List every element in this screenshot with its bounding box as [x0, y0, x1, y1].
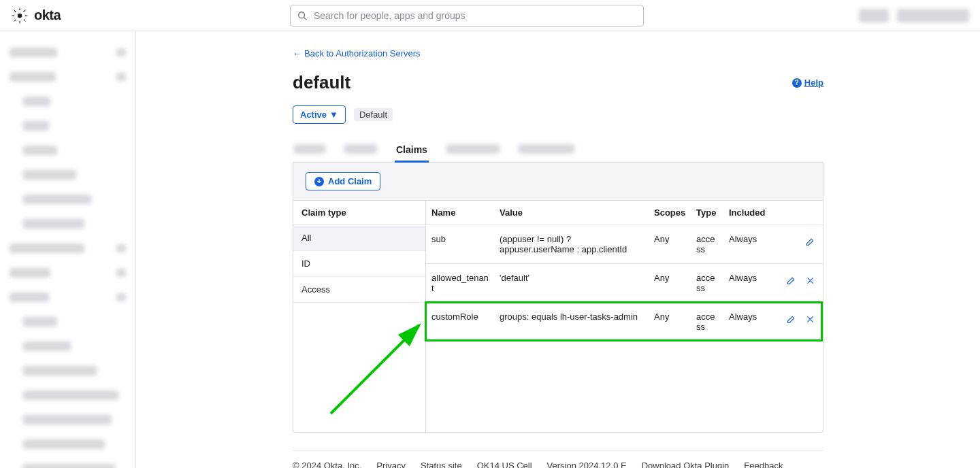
cell-actions — [772, 264, 823, 303]
claims-panel: + Add Claim Claim type All ID Access — [293, 163, 823, 433]
claim-type-id[interactable]: ID — [293, 251, 425, 277]
table-row: sub(appuser != null) ? appuser.userName … — [426, 225, 823, 264]
footer-link[interactable]: Download Okta Plugin — [642, 461, 730, 468]
brand-logo[interactable]: okta — [11, 7, 290, 24]
svg-point-1 — [299, 12, 305, 18]
cell-value: 'default' — [494, 264, 649, 303]
table-row: customRolegroups: equals lh-user-tasks-a… — [426, 303, 823, 341]
col-type: Type — [691, 201, 723, 225]
svg-line-2 — [304, 17, 307, 20]
okta-icon — [11, 7, 29, 24]
global-search[interactable] — [290, 5, 644, 27]
claim-type-all[interactable]: All — [293, 225, 425, 251]
footer-link[interactable]: OK14 US Cell — [477, 461, 532, 468]
tab-claims[interactable]: Claims — [395, 139, 429, 162]
delete-icon[interactable] — [802, 273, 817, 288]
search-icon — [297, 11, 307, 20]
cell-type: access — [691, 264, 723, 303]
cell-included: Always — [723, 225, 772, 264]
col-scopes: Scopes — [649, 201, 691, 225]
cell-type: access — [691, 303, 723, 341]
cell-scopes: Any — [649, 303, 691, 341]
topbar: okta — [0, 0, 980, 31]
main-content: ← Back to Authorization Servers default … — [136, 31, 980, 468]
add-claim-button[interactable]: + Add Claim — [306, 172, 380, 190]
tab-hidden-1[interactable]: xxxx — [293, 139, 327, 162]
status-dropdown[interactable]: Active ▼ — [293, 105, 346, 124]
chevron-down-icon: ▼ — [329, 110, 338, 120]
cell-scopes: Any — [649, 264, 691, 303]
tab-claims-label: Claims — [396, 144, 427, 155]
col-value: Value — [494, 201, 649, 225]
delete-icon[interactable] — [802, 312, 817, 327]
edit-icon[interactable] — [783, 273, 798, 288]
cell-actions — [772, 225, 823, 264]
brand-text: okta — [34, 7, 61, 23]
help-link[interactable]: ? Help — [792, 78, 823, 88]
cell-name: customRole — [426, 303, 494, 341]
cell-actions — [772, 303, 823, 341]
search-input[interactable] — [312, 10, 636, 22]
svg-point-0 — [18, 13, 22, 18]
tab-hidden-4[interactable]: xxxxxxxx — [517, 139, 576, 162]
help-label: Help — [804, 78, 823, 88]
back-link[interactable]: ← Back to Authorization Servers — [293, 48, 421, 58]
cell-name: allowed_tenant — [426, 264, 494, 303]
footer-link[interactable]: Status site — [421, 461, 462, 468]
footer-link[interactable]: Feedback — [744, 461, 783, 468]
arrow-left-icon: ← — [293, 48, 301, 58]
cell-type: access — [691, 225, 723, 264]
cell-name: sub — [426, 225, 494, 264]
default-badge: Default — [354, 108, 393, 121]
col-included: Included — [723, 201, 772, 225]
tab-hidden-3[interactable]: xxxxxxx — [445, 139, 501, 162]
claim-type-header: Claim type — [293, 201, 425, 225]
add-claim-label: Add Claim — [328, 176, 372, 186]
user-area[interactable] — [859, 9, 969, 22]
footer-link[interactable]: Privacy — [376, 461, 406, 468]
cell-included: Always — [723, 303, 772, 341]
status-label: Active — [300, 110, 327, 120]
cell-value: (appuser != null) ? appuser.userName : a… — [494, 225, 649, 264]
tabs: xxxx xxxx Claims xxxxxxx xxxxxxxx — [293, 139, 823, 163]
table-row: allowed_tenant'default'AnyaccessAlways — [426, 264, 823, 303]
back-link-label: Back to Authorization Servers — [304, 48, 421, 58]
claims-table: Name Value Scopes Type Included sub(appu… — [426, 201, 823, 432]
edit-icon[interactable] — [802, 234, 817, 249]
help-icon: ? — [792, 78, 802, 88]
tab-hidden-2[interactable]: xxxx — [343, 139, 378, 162]
claim-type-access[interactable]: Access — [293, 277, 425, 303]
plus-icon: + — [314, 177, 324, 186]
cell-included: Always — [723, 264, 772, 303]
footer: © 2024 Okta, Inc. Privacy Status site OK… — [293, 450, 823, 468]
edit-icon[interactable] — [783, 312, 798, 327]
cell-value: groups: equals lh-user-tasks-admin — [494, 303, 649, 341]
page-title: default — [293, 72, 350, 93]
col-name: Name — [426, 201, 494, 225]
sidebar[interactable] — [0, 31, 136, 468]
footer-copyright: © 2024 Okta, Inc. — [293, 461, 361, 468]
cell-scopes: Any — [649, 225, 691, 264]
claim-type-list: Claim type All ID Access — [293, 201, 426, 432]
footer-link[interactable]: Version 2024.12.0 E — [547, 461, 627, 468]
